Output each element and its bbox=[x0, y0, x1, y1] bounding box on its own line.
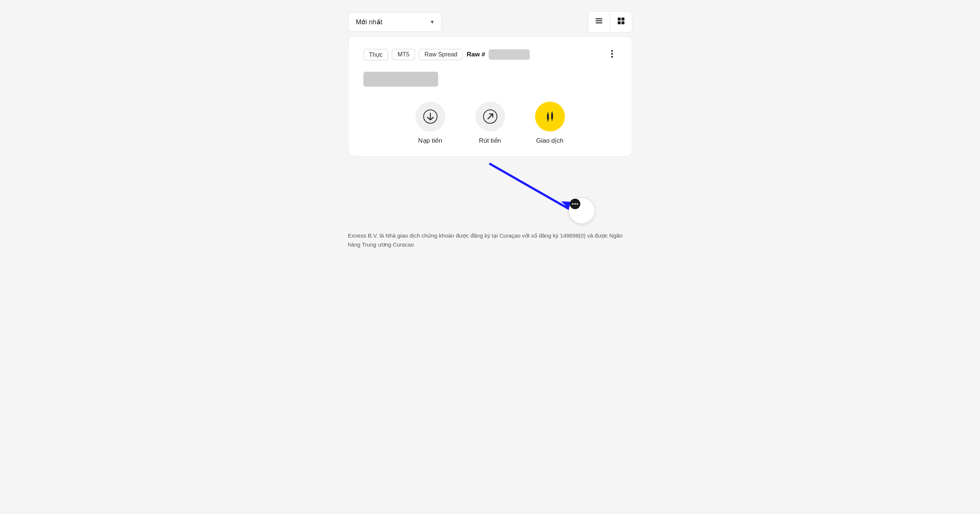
tag-mt5: MT5 bbox=[392, 49, 415, 60]
svg-point-23 bbox=[577, 203, 578, 205]
sort-dropdown[interactable]: Mới nhất ▾ bbox=[348, 12, 442, 32]
list-icon bbox=[595, 17, 603, 27]
card-header: Thực MT5 Raw Spread Raw # bbox=[363, 48, 617, 61]
tag-thuc: Thực bbox=[363, 49, 388, 60]
svg-rect-1 bbox=[596, 21, 602, 22]
giao-dich-circle bbox=[535, 102, 565, 132]
svg-point-8 bbox=[611, 53, 613, 55]
chat-widget[interactable] bbox=[569, 198, 595, 224]
svg-point-21 bbox=[572, 203, 574, 205]
more-options-button[interactable] bbox=[607, 48, 617, 61]
chevron-down-icon: ▾ bbox=[431, 18, 434, 25]
account-number-hidden bbox=[489, 49, 530, 60]
svg-rect-5 bbox=[618, 21, 620, 24]
rut-tien-label: Rút tiền bbox=[479, 137, 501, 145]
tag-raw-spread: Raw Spread bbox=[419, 49, 463, 60]
raw-label: Raw # bbox=[467, 49, 485, 60]
actions-row: Nạp tiền Rút tiền bbox=[363, 102, 617, 145]
svg-point-9 bbox=[611, 56, 613, 58]
svg-rect-6 bbox=[621, 21, 624, 24]
svg-point-22 bbox=[574, 203, 576, 205]
footer-text: Exness B.V. là Nhà giao dịch chứng khoán… bbox=[348, 227, 632, 249]
grid-view-button[interactable] bbox=[610, 11, 632, 32]
svg-line-18 bbox=[490, 164, 569, 209]
card-tags: Thực MT5 Raw Spread Raw # bbox=[363, 49, 530, 60]
nap-tien-label: Nạp tiền bbox=[418, 137, 442, 145]
nap-tien-action[interactable]: Nạp tiền bbox=[415, 102, 445, 145]
top-bar: Mới nhất ▾ bbox=[348, 8, 632, 36]
svg-rect-12 bbox=[547, 114, 549, 119]
giao-dich-action[interactable]: Giao dịch bbox=[535, 102, 565, 145]
rut-tien-circle bbox=[475, 102, 505, 132]
account-card: Thực MT5 Raw Spread Raw # bbox=[348, 36, 632, 157]
sort-dropdown-label: Mới nhất bbox=[356, 18, 382, 26]
svg-rect-3 bbox=[618, 17, 620, 21]
list-view-button[interactable] bbox=[588, 11, 610, 32]
svg-rect-15 bbox=[551, 114, 553, 119]
svg-point-7 bbox=[611, 50, 613, 52]
giao-dich-label: Giao dịch bbox=[536, 137, 563, 145]
rut-tien-action[interactable]: Rút tiền bbox=[475, 102, 505, 145]
view-toggle-group bbox=[588, 11, 632, 32]
grid-icon bbox=[617, 17, 625, 27]
svg-rect-4 bbox=[621, 17, 624, 21]
svg-rect-0 bbox=[596, 18, 602, 19]
svg-rect-2 bbox=[596, 22, 602, 24]
nap-tien-circle bbox=[415, 102, 445, 132]
arrow-annotation-container bbox=[348, 160, 632, 227]
balance-bar-hidden bbox=[363, 72, 438, 87]
